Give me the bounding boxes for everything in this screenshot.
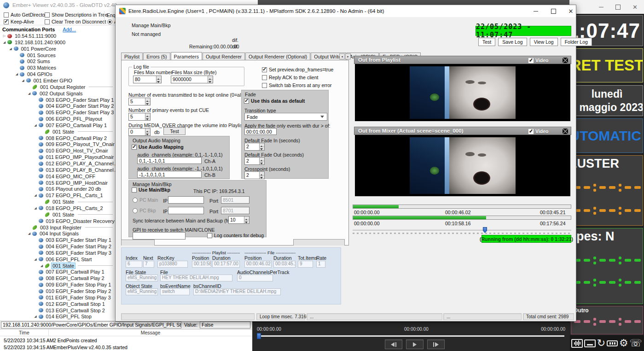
tree-expander-icon[interactable]: ▷ (1, 34, 7, 38)
keep-alive-checkbox[interactable]: Keep-Alive (4, 19, 34, 24)
tab-scroll-right-icon[interactable]: ▸ (345, 53, 351, 59)
tree-item[interactable]: 001 State (0, 199, 114, 205)
log-time-header[interactable]: Time (0, 329, 48, 336)
tree-expander-icon[interactable]: ◢ (8, 47, 14, 51)
tree-expander-icon[interactable]: ◢ (33, 315, 39, 318)
log-counters-checkbox[interactable]: Log counters for debug (207, 233, 264, 238)
drop-frames-checkbox[interactable]: Set preview.drop_frames=true (262, 67, 333, 72)
spinner-buttons[interactable] (145, 129, 150, 135)
counter-icon[interactable] (607, 340, 618, 346)
tab-scroll-left-icon[interactable]: ◂ (339, 53, 345, 59)
switch-tab-errors-checkbox[interactable]: Switch tab Errors at any error (262, 82, 332, 88)
tree-item[interactable]: ◢004 Input Signals (0, 230, 114, 237)
tree-item[interactable]: ◢007 EGPO_Cartwall Play 1 (0, 122, 114, 129)
header-button[interactable]: Save Log (498, 38, 527, 46)
tab[interactable]: Errors (5) (143, 53, 170, 60)
tree-item[interactable]: ◢192.168.101.240:9000 (0, 39, 114, 46)
spinner-buttons[interactable] (259, 143, 264, 150)
close-icon[interactable] (563, 5, 579, 17)
tree-item[interactable]: 013 EGPI_Cartwall Stop 2 (0, 307, 114, 314)
spinner-buttons[interactable] (259, 172, 264, 179)
tree-item[interactable]: 009 EGPO_Playout_TV_Onair (0, 141, 114, 147)
tree-item[interactable]: 001 State (0, 211, 114, 218)
tree-item[interactable]: 004 EGPO_Fader Start Play 2 (0, 103, 114, 109)
spinner-buttons[interactable] (244, 216, 249, 223)
tab[interactable]: Output Renderer (203, 53, 245, 60)
log-row[interactable]: 5/22/2023 10:34:15 AM EmberPlusView v2.4… (0, 344, 252, 351)
history-icon[interactable]: ↻ (597, 338, 605, 348)
tree-item[interactable]: 005 EGPI_Fader Start Play 3 (0, 250, 114, 256)
tree-item[interactable]: 003 EGPI_Fader Start Play 1 (0, 237, 114, 243)
tree-item[interactable]: 010 EGPO_Host_TV_Onair (0, 147, 114, 154)
playlist-video-checkbox[interactable]: Video (528, 58, 548, 63)
cha-input[interactable]: 0,1,-1,-1,0,1 (137, 157, 202, 164)
waveform-icon[interactable] (571, 339, 583, 348)
clipped-button-right[interactable] (293, 239, 345, 246)
tree-item[interactable]: 008 EGPI_Cartwall Play 2 (0, 275, 114, 281)
header-button[interactable]: Test (478, 38, 495, 46)
header-button[interactable]: View Log (530, 38, 558, 46)
tree-item[interactable]: 009 EGPI_Fader Stop Play 1 (0, 281, 114, 288)
tree-expander-icon[interactable]: ◢ (33, 193, 39, 197)
tree-expander-icon[interactable]: ◢ (33, 206, 39, 210)
tree-item[interactable]: ◢014 EGPI_PFL Stop (0, 313, 114, 320)
pc-main-ip-input[interactable] (168, 196, 204, 204)
player-seek-track[interactable] (258, 335, 564, 337)
monitor-icon[interactable] (584, 339, 596, 347)
use-audio-mapping-checkbox[interactable]: Use Audio Mapping (132, 144, 184, 150)
maximize-icon[interactable] (615, 5, 621, 10)
seek-slider-track[interactable] (353, 230, 571, 231)
use-default-checkbox[interactable]: Use this data as default (244, 98, 305, 104)
tree-item[interactable]: 006 EGPO_PFL_Playout (0, 116, 114, 122)
pc-bkp-radio[interactable]: PC Bkp (133, 208, 156, 213)
tree-item[interactable]: ◢018 EGPO_PFL_Carts_2 (0, 205, 114, 211)
minimize-icon[interactable] (599, 7, 603, 7)
spinner-buttons[interactable] (259, 158, 264, 164)
tree-item[interactable]: ◢006 EGPI_PFL Start (0, 256, 114, 263)
step-forward-button[interactable] (427, 339, 445, 349)
tree-item[interactable]: 004 EGPI_Fader Start Play 2 (0, 243, 114, 250)
reply-ack-checkbox[interactable]: Reply ACK to the client (262, 75, 318, 80)
tree-item[interactable]: 008 EGPO_Cartwall Play 2 (0, 135, 114, 141)
clear-tree-checkbox[interactable]: Clear Tree on Disconnect (45, 19, 106, 24)
tree-item[interactable]: 003 Matrices (0, 64, 114, 71)
tree-item[interactable]: ◢004 GPIOs (0, 71, 114, 77)
add-port-link[interactable]: Add... (63, 27, 76, 32)
events-online-spinner[interactable]: 5 (128, 98, 151, 105)
tree-item[interactable]: ◢002 Output Signals (0, 90, 114, 97)
tree-item[interactable]: ◢001 State (0, 263, 114, 269)
pc-bkp-port-input[interactable]: 8701 (221, 207, 249, 214)
tree-expander-icon[interactable]: ◢ (26, 232, 32, 235)
tree-expander-icon[interactable]: ◢ (1, 41, 7, 44)
transition-dropdown[interactable]: Fade (244, 113, 327, 121)
tree-item[interactable]: 014 EGPO_MIC_OFF (0, 173, 114, 180)
tree-item[interactable]: 003 Input Register (0, 224, 114, 231)
tree-item[interactable]: 005 EGPO_Fader Start Play 3 (0, 109, 114, 116)
spinner-buttons[interactable] (145, 113, 150, 120)
tree-item[interactable]: 001 Sources (0, 52, 114, 58)
chb-input[interactable]: -1,-1,0,1,0,1 (137, 171, 202, 178)
tree-expander-icon[interactable]: ◢ (33, 257, 39, 261)
tree-item[interactable]: 002 Sums (0, 58, 114, 64)
tree-item[interactable]: 016 Playout under 20 db (0, 186, 114, 192)
step-back-button[interactable] (385, 339, 402, 349)
value-field[interactable]: False (200, 322, 250, 328)
log-message-header[interactable]: Message (49, 329, 252, 336)
pc-main-port-input[interactable]: 8501 (221, 196, 249, 204)
show-descriptions-checkbox[interactable]: Show Descriptions in Tree (45, 12, 108, 18)
spinner-buttons[interactable] (145, 98, 150, 105)
tree-item[interactable]: ▷10.54.51.111:9000 (0, 33, 114, 39)
phone-hand-icon[interactable]: ☏ (629, 338, 642, 348)
log-row[interactable]: 5/22/2023 10:34:15 AM 2 EndPoints create… (0, 337, 252, 344)
tree-expander-icon[interactable]: ◢ (39, 264, 45, 268)
spinner-buttons[interactable] (156, 76, 161, 83)
gpi-switch-input[interactable] (133, 232, 186, 240)
play-button[interactable] (406, 339, 424, 349)
spinner-buttons[interactable] (208, 76, 213, 83)
apply-fade-input[interactable]: 00:01:00.00 (244, 128, 277, 135)
auto-getdirectory-checkbox[interactable]: Auto GetDirectory (4, 12, 49, 18)
tab[interactable]: Output Renderer (Optional) (245, 53, 310, 60)
mixer-video-checkbox[interactable]: Video (528, 129, 548, 134)
close-icon[interactable] (632, 3, 638, 11)
tree-item[interactable]: 012 EGPI_Cartwall Stop 1 (0, 301, 114, 307)
